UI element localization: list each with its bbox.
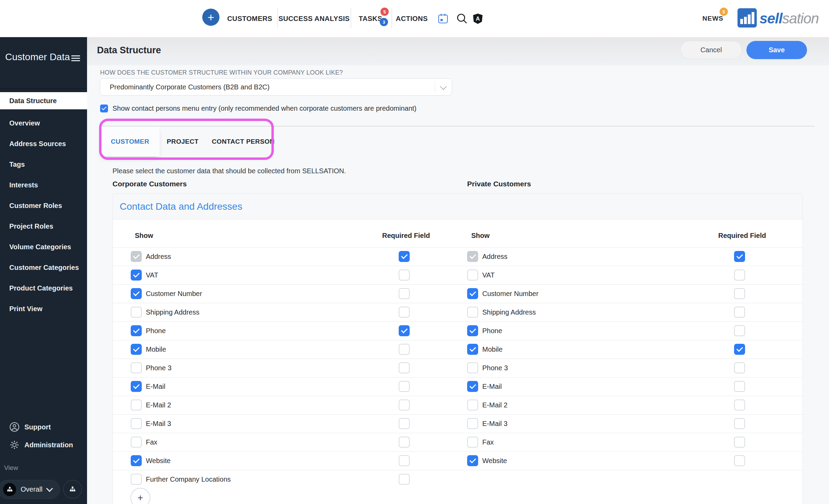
sidebar-item-volume-categories[interactable]: Volume Categories (0, 237, 87, 257)
angular-shield-icon[interactable]: A (473, 0, 483, 37)
sidebar-menu: Data StructureOverviewAddress SourcesTag… (0, 92, 87, 319)
private-required-checkbox[interactable] (734, 270, 745, 281)
private-required-checkbox[interactable] (734, 399, 745, 410)
hamburger-menu-icon[interactable] (71, 54, 80, 63)
nav-divider (391, 8, 392, 28)
corporate-required-checkbox[interactable] (399, 437, 410, 448)
table-row: E-Mail 3E-Mail 3 (113, 414, 803, 433)
svg-text:A: A (476, 15, 480, 22)
sidebar-item-project-roles[interactable]: Project Roles (0, 216, 87, 237)
sidebar-item-print-view[interactable]: Print View (0, 298, 87, 319)
private-required-checkbox[interactable] (734, 325, 745, 336)
private-show-checkbox[interactable] (467, 270, 478, 281)
private-show-checkbox[interactable] (467, 437, 478, 448)
table-row: E-Mail 2E-Mail 2 (113, 396, 803, 414)
private-required-checkbox[interactable] (734, 418, 745, 429)
private-show-checkbox[interactable] (467, 288, 478, 299)
sidebar-item-data-structure[interactable]: Data Structure (0, 92, 87, 109)
sidebar-item-customer-roles[interactable]: Customer Roles (0, 195, 87, 216)
tab-contact-person[interactable]: CONTACT PERSON (212, 127, 275, 156)
private-show-checkbox[interactable] (467, 362, 478, 373)
corporate-required-checkbox[interactable] (399, 325, 410, 336)
corporate-show-checkbox[interactable] (131, 381, 142, 392)
sidebar-item-customer-categories[interactable]: Customer Categories (0, 257, 87, 278)
corporate-required-checkbox[interactable] (399, 344, 410, 355)
row-label: E-Mail 3 (146, 415, 171, 433)
logo-barchart-icon (738, 8, 757, 29)
corporate-show-checkbox[interactable] (131, 437, 142, 448)
corporate-show-checkbox[interactable] (131, 418, 142, 429)
sellsation-logo[interactable]: sellsation (738, 8, 819, 29)
add-button[interactable]: + (202, 9, 219, 26)
corporate-show-checkbox[interactable] (131, 288, 142, 299)
sidebar-item-administration[interactable]: Administration (0, 437, 87, 452)
private-required-checkbox[interactable] (734, 381, 745, 392)
table-row: PhonePhone (113, 321, 803, 340)
corporate-required-checkbox[interactable] (399, 381, 410, 392)
private-required-checkbox[interactable] (734, 251, 745, 262)
private-show-checkbox[interactable] (467, 381, 478, 392)
corporate-required-checkbox[interactable] (399, 307, 410, 318)
corporate-required-checkbox[interactable] (399, 474, 410, 485)
nav-divider (351, 8, 351, 28)
corporate-required-checkbox[interactable] (399, 399, 410, 410)
corporate-required-checkbox[interactable] (399, 288, 410, 299)
corporate-show-checkbox[interactable] (131, 325, 142, 336)
corporate-show-checkbox[interactable] (131, 455, 142, 466)
corporate-required-checkbox[interactable] (399, 418, 410, 429)
private-required-checkbox[interactable] (734, 344, 745, 355)
news-link[interactable]: NEWS (702, 0, 723, 37)
save-button[interactable]: Save (746, 41, 807, 59)
private-show-checkbox[interactable] (467, 399, 478, 410)
gear-icon (9, 440, 20, 450)
private-required-checkbox[interactable] (734, 288, 745, 299)
cancel-button[interactable]: Cancel (680, 41, 742, 59)
contact-persons-checkbox-row[interactable]: Show contact persons menu entry (only re… (100, 105, 417, 112)
corporate-show-checkbox[interactable] (131, 270, 142, 281)
add-field-button[interactable]: + (130, 488, 150, 504)
private-show-checkbox[interactable] (467, 344, 478, 355)
private-required-checkbox[interactable] (734, 307, 745, 318)
private-show-checkbox[interactable] (467, 325, 478, 336)
search-icon[interactable] (456, 0, 468, 37)
private-show-checkbox[interactable] (467, 307, 478, 318)
row-label: Fax (482, 433, 494, 451)
corporate-show-checkbox[interactable] (131, 307, 142, 318)
page-title: Data Structure (97, 45, 161, 56)
sidebar-item-tags[interactable]: Tags (0, 154, 87, 175)
corporate-required-checkbox[interactable] (399, 362, 410, 373)
private-required-checkbox[interactable] (734, 362, 745, 373)
sidebar-item-overview[interactable]: Overview (0, 113, 87, 133)
sidebar-item-support[interactable]: Support (0, 419, 87, 435)
corporate-required-checkbox[interactable] (399, 270, 410, 281)
table-row: Customer NumberCustomer Number (113, 284, 803, 303)
tab-project[interactable]: PROJECT (167, 127, 199, 156)
corporate-show-checkbox[interactable] (131, 362, 142, 373)
calendar-icon[interactable] (438, 0, 449, 37)
nav-actions[interactable]: ACTIONS (396, 0, 428, 37)
sidebar: Customer Data Data StructureOverviewAddr… (0, 37, 87, 504)
sidebar-item-interests[interactable]: Interests (0, 175, 87, 195)
view-selector[interactable]: Overall (0, 480, 60, 499)
contact-persons-checkbox[interactable] (100, 105, 108, 112)
private-show-checkbox[interactable] (467, 418, 478, 429)
corporate-required-header: Required Field (382, 232, 430, 240)
nav-tasks[interactable]: TASKS (359, 0, 382, 37)
corporate-show-checkbox[interactable] (131, 344, 142, 355)
org-view-button[interactable] (63, 480, 82, 498)
sidebar-item-product-categories[interactable]: Product Categories (0, 278, 87, 298)
private-show-checkbox[interactable] (467, 455, 478, 466)
corporate-required-checkbox[interactable] (399, 251, 410, 262)
nav-success-analysis[interactable]: SUCCESS ANALYSIS (278, 0, 349, 37)
corporate-required-checkbox[interactable] (399, 455, 410, 466)
corporate-show-checkbox[interactable] (131, 474, 142, 485)
nav-customers[interactable]: CUSTOMERS (227, 0, 272, 37)
private-required-checkbox[interactable] (734, 437, 745, 448)
private-required-checkbox[interactable] (734, 455, 745, 466)
corporate-show-checkbox[interactable] (131, 399, 142, 410)
tab-customer[interactable]: CUSTOMER (100, 127, 160, 156)
row-label: E-Mail 2 (146, 396, 171, 414)
sidebar-item-address-sources[interactable]: Address Sources (0, 133, 87, 154)
customer-structure-dropdown[interactable]: Predominantly Corporate Customers (B2B a… (100, 78, 452, 96)
sidebar-item-label: Support (24, 423, 51, 431)
